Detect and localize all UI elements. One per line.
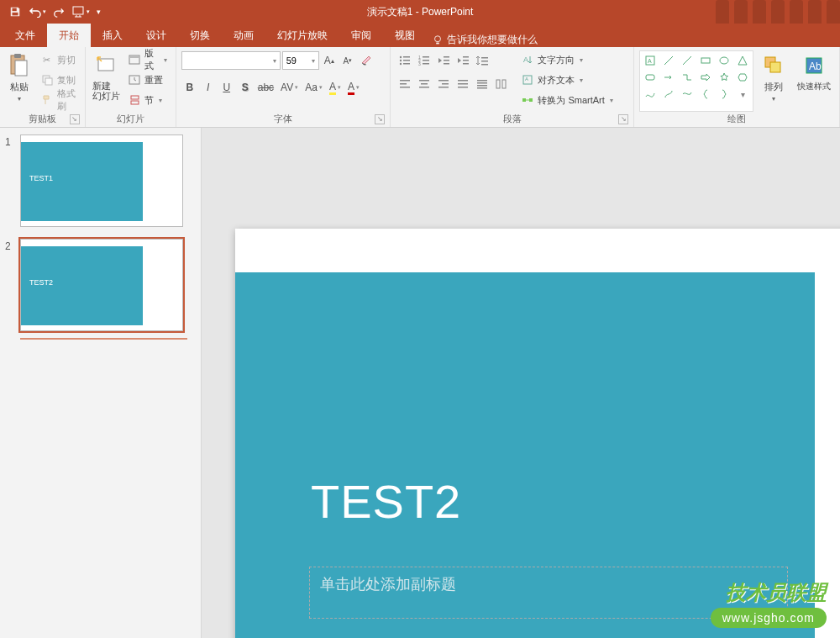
text-direction-button[interactable]: A文字方向▾ [517,50,616,69]
thumbnail-1[interactable]: TEST1 [20,134,183,227]
shape-elbow[interactable] [679,70,696,85]
shape-roundrect[interactable] [642,70,659,85]
save-button[interactable] [5,2,25,22]
tab-file[interactable]: 文件 [3,24,47,47]
slide-title-text[interactable]: TEST2 [311,474,461,529]
bullets-button[interactable] [396,51,414,70]
shape-star[interactable] [716,70,732,85]
new-slide-button[interactable]: 新建 幻灯片 [91,50,121,112]
start-slideshow-button[interactable]: ▾ [71,2,91,22]
highlight-button[interactable]: A▾ [327,78,344,97]
undo-button[interactable]: ▾ [27,2,47,22]
svg-rect-31 [463,60,469,61]
svg-rect-58 [529,98,533,102]
format-painter-button[interactable]: 格式刷 [37,91,80,109]
distribute-button[interactable] [473,75,491,93]
shape-hexagon[interactable] [734,70,751,85]
tab-animations[interactable]: 动画 [222,24,265,47]
decrease-indent-button[interactable] [434,51,453,70]
increase-indent-button[interactable] [454,51,472,70]
clipboard-launcher[interactable]: ↘ [70,114,80,124]
italic-button[interactable]: I [200,78,217,97]
group-drawing: A ▾ 排列 ▾ [634,47,840,127]
shape-block-arrow[interactable] [697,70,714,85]
font-size-select[interactable]: 59▾ [282,51,319,70]
group-label-slides: 幻灯片 [91,112,171,125]
justify-button[interactable] [454,75,472,93]
line-spacing-button[interactable] [473,51,491,70]
svg-rect-32 [463,63,469,65]
shape-line[interactable] [660,53,677,68]
align-right-button[interactable] [434,75,453,93]
svg-point-19 [400,63,402,65]
align-text-button[interactable]: A对齐文本▾ [517,71,616,89]
increase-font-button[interactable]: A▴ [321,51,338,70]
bold-button[interactable]: B [181,78,198,97]
paste-button[interactable]: 粘贴 ▾ [5,50,34,112]
shape-rect[interactable] [697,53,714,68]
workspace: 1 TEST1 2 TEST2 TEST2 单击此处添加副标题 [0,128,840,638]
tab-slideshow[interactable]: 幻灯片放映 [265,24,339,47]
align-left-button[interactable] [396,75,414,93]
cut-button[interactable]: ✂剪切 [37,50,80,69]
paragraph-launcher[interactable]: ↘ [618,114,628,124]
shape-freeform[interactable] [679,87,696,102]
slide-editor[interactable]: TEST2 单击此处添加副标题 [235,229,840,638]
subtitle-placeholder[interactable]: 单击此处添加副标题 [309,567,788,619]
tab-view[interactable]: 视图 [383,24,427,47]
font-color-button[interactable]: A▾ [345,78,362,97]
arrange-button[interactable]: 排列 ▾ [757,50,790,112]
convert-smartart-button[interactable]: 转换为 SmartArt▾ [517,91,616,109]
slide-background-shape: TEST2 单击此处添加副标题 [235,272,815,638]
shape-brace-left[interactable] [697,87,714,102]
redo-button[interactable] [49,2,69,22]
tab-insert[interactable]: 插入 [91,24,134,47]
font-name-select[interactable]: ▾ [181,51,281,70]
shape-more[interactable]: ▾ [734,87,751,102]
svg-rect-14 [131,101,139,104]
tab-home[interactable]: 开始 [47,24,91,47]
section-button[interactable]: 节▾ [124,91,171,109]
tab-transitions[interactable]: 切换 [178,24,222,47]
tell-me-search[interactable]: 告诉我你想要做什么 [432,33,538,47]
shape-brace-right[interactable] [716,87,732,102]
svg-rect-40 [421,83,428,85]
reset-button[interactable]: 重置 [124,71,171,89]
tab-review[interactable]: 审阅 [339,24,383,47]
customize-qat-button[interactable]: ▾ [92,2,104,22]
shape-oval[interactable] [716,53,732,68]
shape-textbox[interactable]: A [642,53,659,68]
shape-line2[interactable] [679,53,696,68]
columns-button[interactable] [492,75,511,93]
decrease-font-button[interactable]: A▾ [339,51,356,70]
shape-arrow-right[interactable] [660,70,677,85]
change-case-button[interactable]: Aa▾ [302,78,325,97]
svg-rect-37 [400,83,407,85]
svg-text:3: 3 [418,61,421,66]
shape-curve[interactable] [642,87,659,102]
numbering-button[interactable]: 123 [415,51,433,70]
align-center-button[interactable] [415,75,433,93]
slide-canvas-area[interactable]: TEST2 单击此处添加副标题 [202,128,840,638]
character-spacing-button[interactable]: AV▾ [278,78,301,97]
tab-design[interactable]: 设计 [134,24,178,47]
slide-thumbnails-panel[interactable]: 1 TEST1 2 TEST2 [0,128,202,638]
clear-format-button[interactable] [358,51,375,70]
shape-triangle[interactable] [734,53,751,68]
layout-button[interactable]: 版式▾ [124,50,171,69]
svg-rect-45 [458,80,468,82]
strikethrough-button[interactable]: abc [255,78,276,97]
svg-rect-35 [481,64,488,66]
underline-button[interactable]: U [218,78,235,97]
reset-icon [128,73,141,87]
shape-connector[interactable] [660,87,677,102]
shapes-gallery[interactable]: A ▾ [639,50,753,112]
copy-button[interactable]: 复制 [37,71,80,89]
svg-rect-20 [403,63,410,65]
font-launcher[interactable]: ↘ [375,114,385,124]
shadow-button[interactable]: S [237,78,254,97]
quick-styles-button[interactable]: Ab 快速样式 [794,50,834,112]
thumbnail-1-wrap: 1 TEST1 [5,134,196,227]
thumbnail-2[interactable]: TEST2 [20,239,183,331]
svg-rect-51 [477,87,487,89]
